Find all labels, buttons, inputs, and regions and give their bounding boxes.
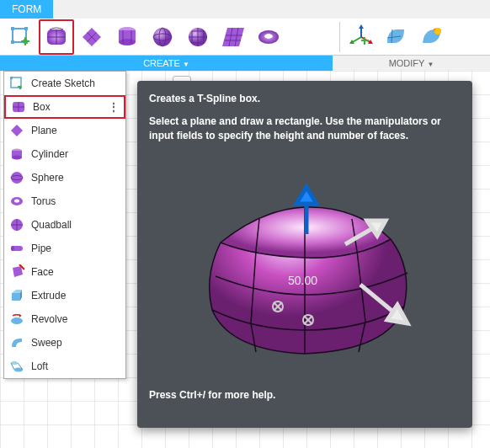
tool-quadball[interactable] [180,19,216,55]
tool-cylinder[interactable] [109,19,145,55]
svg-rect-6 [21,40,29,42]
sketch-icon [9,76,24,91]
svg-point-31 [264,34,273,39]
tooltip-preview: 50.00 [162,158,448,377]
plane-icon [9,123,24,138]
svg-marker-33 [359,24,364,29]
pipe-icon [9,241,24,256]
menu-label: Face [31,266,54,278]
box-render: 50.00 [162,158,448,377]
tooltip-box: Creates a T-Spline box. Select a plane a… [137,81,472,428]
menu-extrude[interactable]: Extrude [4,284,125,307]
tab-label: FORM [12,3,41,15]
menu-quadball[interactable]: Quadball [4,213,125,237]
menu-sphere[interactable]: Sphere [4,166,125,189]
tool-modify-extrude[interactable] [379,19,414,55]
panel-create-dropdown[interactable]: CREATE▼ [0,56,333,71]
menu-label: Revolve [31,313,67,325]
menu-label: Cylinder [31,148,68,160]
tool-sphere[interactable] [145,19,180,55]
svg-rect-2 [24,27,28,30]
tool-modify-revolve[interactable] [414,19,450,55]
dropdown-icon: ▼ [427,61,434,68]
svg-point-53 [11,172,23,184]
menu-label: Quadball [31,219,72,231]
ribbon: CREATE▼ [0,19,490,71]
menu-label: Plane [31,125,57,136]
revolve-icon [9,312,24,327]
sketch-icon [8,24,34,50]
menu-label: Sphere [31,172,64,184]
svg-rect-44 [10,77,13,79]
panel-modify-dropdown[interactable]: MODIFY▼ [333,56,490,71]
svg-marker-49 [11,125,23,136]
toolbar-create [0,19,333,56]
menu-label: Sweep [31,337,62,349]
menu-cylinder[interactable]: Cylinder [4,142,125,166]
tool-create-sketch[interactable] [3,19,39,55]
tool-pipe[interactable] [216,19,251,55]
svg-rect-1 [11,27,14,30]
toolbar-modify [333,19,490,56]
modify-extrude-icon [384,24,409,50]
svg-point-18 [153,28,172,46]
menu-loft[interactable]: Loft [4,355,125,378]
tooltip-hint: Press Ctrl+/ for more help. [149,389,461,401]
svg-rect-64 [12,293,20,301]
modify-revolve-icon [419,24,445,50]
menu-box[interactable]: Box ⋮ [4,95,125,119]
svg-marker-62 [13,266,23,277]
tool-xyz[interactable] [344,19,379,55]
torus-icon [9,194,24,209]
menu-label: Loft [31,360,48,372]
menu-revolve[interactable]: Revolve [4,307,125,331]
menu-create-sketch[interactable]: Create Sketch [4,72,125,95]
context-tab-form[interactable]: FORM [0,0,53,19]
coord-icon [349,24,374,50]
svg-point-52 [12,156,22,160]
face-icon [9,264,24,280]
panel-modify-label: MODIFY [389,58,425,68]
menu-sweep[interactable]: Sweep [4,331,125,355]
svg-marker-24 [222,28,244,46]
divider [339,22,340,52]
dim-label: 50.00 [288,274,317,287]
dropdown-icon: ▼ [183,61,189,68]
menu-plane[interactable]: Plane [4,119,125,142]
menu-torus[interactable]: Torus [4,189,125,213]
tooltip-description: Select a plane and draw a rectangle. Use… [149,115,461,143]
menu-label: Pipe [31,243,51,254]
svg-marker-65 [12,290,22,293]
panel-create: CREATE▼ [0,19,333,71]
menu-face[interactable]: Face [4,260,125,284]
tool-torus[interactable] [251,19,286,55]
svg-point-67 [11,317,23,324]
svg-point-56 [14,200,19,203]
svg-point-61 [11,246,14,251]
quadball-icon [9,217,24,232]
menu-label: Create Sketch [31,77,95,89]
sphere-icon [9,170,24,185]
torus-icon [256,24,281,50]
pipe-icon [221,24,246,50]
sweep-icon [9,335,24,350]
menu-more-icon[interactable]: ⋮ [109,101,119,113]
tool-box[interactable] [39,19,74,55]
menu-label: Torus [31,195,56,207]
cylinder-icon [115,24,140,50]
menu-pipe[interactable]: Pipe [4,237,125,260]
cylinder-icon [9,147,24,162]
create-menu: Create Sketch Box ⋮ Plane Cylinder Spher… [3,71,126,379]
plane-icon [79,24,104,50]
svg-rect-39 [361,40,369,41]
quadball-icon [185,24,210,50]
loft-icon [9,359,24,374]
tool-plane[interactable] [74,19,109,55]
panel-modify: MODIFY▼ [333,19,490,71]
svg-point-15 [119,39,136,45]
tooltip-title: Creates a T-Spline box. [149,93,461,104]
box-icon [44,24,69,50]
extrude-icon [9,288,24,303]
sphere-icon [150,24,175,50]
box-icon [11,99,26,115]
